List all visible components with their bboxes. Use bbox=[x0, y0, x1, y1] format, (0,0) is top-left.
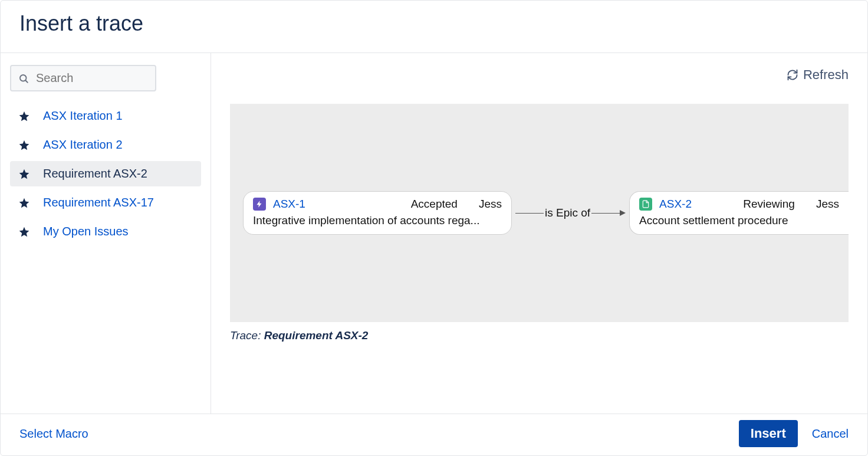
insert-button[interactable]: Insert bbox=[739, 420, 798, 447]
issue-key: ASX-1 bbox=[273, 198, 305, 211]
dialog-footer: Select Macro Insert Cancel bbox=[1, 414, 867, 455]
requirement-icon bbox=[639, 198, 652, 211]
issue-key: ASX-2 bbox=[659, 198, 692, 211]
filter-item-requirement-asx-17[interactable]: Requirement ASX-17 bbox=[10, 190, 201, 215]
star-icon bbox=[18, 168, 30, 180]
star-icon bbox=[18, 197, 30, 209]
search-box[interactable] bbox=[10, 65, 156, 91]
connector-line bbox=[591, 213, 620, 214]
main-panel: Refresh ASX-1 Accepted Jess bbox=[211, 53, 867, 414]
issue-status: Reviewing bbox=[743, 198, 795, 211]
footer-actions: Insert Cancel bbox=[739, 420, 849, 447]
filter-item-asx-iteration-1[interactable]: ASX Iteration 1 bbox=[10, 103, 201, 129]
filter-label: ASX Iteration 1 bbox=[43, 109, 123, 123]
svg-line-1 bbox=[25, 80, 27, 82]
filter-label: My Open Issues bbox=[43, 225, 129, 238]
epic-icon bbox=[253, 198, 266, 211]
caption-name: Requirement ASX-2 bbox=[264, 329, 369, 342]
card-header: ASX-1 Accepted Jess bbox=[253, 198, 502, 211]
dialog-title: Insert a trace bbox=[19, 11, 849, 36]
star-icon bbox=[18, 110, 30, 122]
arrow-right-icon bbox=[620, 210, 626, 216]
sidebar: ASX Iteration 1 ASX Iteration 2 Requirem… bbox=[1, 53, 211, 414]
filter-label: Requirement ASX-2 bbox=[43, 167, 147, 181]
dialog-body: ASX Iteration 1 ASX Iteration 2 Requirem… bbox=[1, 53, 867, 414]
filter-item-asx-iteration-2[interactable]: ASX Iteration 2 bbox=[10, 132, 201, 158]
issue-summary: Account settlement procedure bbox=[639, 214, 839, 227]
filter-item-my-open-issues[interactable]: My Open Issues bbox=[10, 219, 201, 244]
main-toolbar: Refresh bbox=[230, 67, 849, 83]
link-connector: is Epic of bbox=[515, 206, 626, 219]
filter-label: ASX Iteration 2 bbox=[43, 138, 123, 152]
cancel-button[interactable]: Cancel bbox=[812, 427, 849, 441]
issue-summary: Integrative implementation of accounts r… bbox=[253, 214, 502, 227]
card-header: ASX-2 Reviewing Jess bbox=[639, 198, 839, 211]
connector-line bbox=[515, 213, 544, 214]
search-icon bbox=[18, 73, 29, 84]
issue-assignee: Jess bbox=[816, 198, 839, 211]
issue-card-target[interactable]: ASX-2 Reviewing Jess Account settlement … bbox=[629, 191, 849, 235]
issue-card-source[interactable]: ASX-1 Accepted Jess Integrative implemen… bbox=[243, 191, 512, 235]
filter-list: ASX Iteration 1 ASX Iteration 2 Requirem… bbox=[10, 103, 201, 244]
refresh-label: Refresh bbox=[803, 67, 849, 83]
trace-caption: Trace: Requirement ASX-2 bbox=[230, 329, 849, 342]
issue-assignee: Jess bbox=[479, 198, 502, 211]
search-input[interactable] bbox=[35, 71, 148, 86]
filter-item-requirement-asx-2[interactable]: Requirement ASX-2 bbox=[10, 161, 201, 186]
insert-trace-dialog: Insert a trace ASX Iteration 1 bbox=[0, 0, 868, 456]
link-label: is Epic of bbox=[545, 206, 590, 219]
issue-status: Accepted bbox=[411, 198, 458, 211]
filter-label: Requirement ASX-17 bbox=[43, 196, 154, 209]
star-icon bbox=[18, 139, 30, 151]
select-macro-link[interactable]: Select Macro bbox=[19, 427, 88, 441]
dialog-header: Insert a trace bbox=[1, 1, 867, 53]
refresh-icon bbox=[787, 69, 798, 81]
star-icon bbox=[18, 226, 30, 238]
trace-preview: ASX-1 Accepted Jess Integrative implemen… bbox=[230, 104, 849, 322]
trace-row: ASX-1 Accepted Jess Integrative implemen… bbox=[243, 191, 849, 235]
refresh-button[interactable]: Refresh bbox=[787, 67, 849, 83]
caption-prefix: Trace: bbox=[230, 329, 264, 342]
